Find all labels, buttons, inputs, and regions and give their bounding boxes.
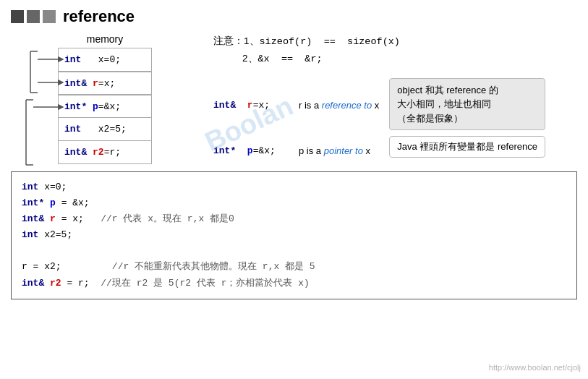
cell-type-1: int x=0; <box>59 48 152 72</box>
main-content: memory <box>0 33 588 164</box>
memory-section: memory <box>11 33 199 164</box>
cell-type-2: int& r=x; <box>59 72 152 95</box>
cell-type-4: int x2=5; <box>59 118 152 141</box>
code-ptr: int* p=&x; <box>213 145 293 156</box>
icon-box-1 <box>11 10 24 23</box>
icon-box-2 <box>27 10 40 23</box>
note-line2: 2、&x == &r; <box>213 51 577 68</box>
note-line1: 注意：1、sizeof(r) == sizeof(x) <box>213 33 577 51</box>
right-section: 注意：1、sizeof(r) == sizeof(x) 2、&x == &r; … <box>213 33 577 164</box>
callout-object: object 和其 reference 的大小相同，地址也相同（全都是假象） <box>389 78 545 131</box>
code-line-7: int& r2 = r; //現在 r2 是 5(r2 代表 r；亦相當於代表 … <box>22 276 566 291</box>
desc-refs: int& r=x; r is a reference to x int* p=&… <box>213 78 379 158</box>
code-line-3: int& r = x; //r 代表 x。現在 r,x 都是0 <box>22 211 566 227</box>
header-icons <box>11 10 56 23</box>
cell-type-3: int* p=&x; <box>59 95 152 118</box>
callout-text-2: Java 裡頭所有變量都是 reference <box>397 141 537 152</box>
code-line-4: int x2=5; <box>22 227 566 243</box>
desc-row-ptr: int* p=&x; p is a pointer to x <box>213 145 379 156</box>
notes-area: 注意：1、sizeof(r) == sizeof(x) 2、&x == &r; <box>213 33 577 68</box>
table-row: int& r=x; <box>59 72 152 95</box>
memory-label: memory <box>87 33 124 45</box>
code-line-2: int* p = &x; <box>22 195 566 211</box>
callout-boxes: object 和其 reference 的大小相同，地址也相同（全都是假象） J… <box>389 78 545 158</box>
desc-ref-text: r is a reference to x <box>299 100 379 111</box>
code-line-6: r = x2; //r 不能重新代表其他物體。現在 r,x 都是 5 <box>22 259 566 275</box>
desc-row-ref: int& r=x; r is a reference to x <box>213 100 379 111</box>
callout-text-1: object 和其 reference 的大小相同，地址也相同（全都是假象） <box>397 85 498 124</box>
code-ref: int& r=x; <box>213 100 293 111</box>
code-line-5 <box>22 243 566 259</box>
memory-table: int x=0; int& r=x; int* p=&x; int x2=5; <box>58 48 152 164</box>
memory-diagram: int x=0; int& r=x; int* p=&x; int x2=5; <box>58 48 152 164</box>
page-title: reference <box>63 7 135 26</box>
header: reference <box>0 0 588 33</box>
desc-ptr-text: p is a pointer to x <box>299 145 370 156</box>
icon-box-3 <box>43 10 56 23</box>
callout-java: Java 裡頭所有變量都是 reference <box>389 136 545 158</box>
table-row: int* p=&x; <box>59 95 152 118</box>
table-row: int x=0; <box>59 48 152 72</box>
cell-type-5: int& r2=r; <box>59 141 152 164</box>
code-block: int x=0; int* p = &x; int& r = x; //r 代表… <box>11 171 577 299</box>
table-row: int& r2=r; <box>59 141 152 164</box>
code-line-1: int x=0; <box>22 179 566 195</box>
watermark2: http://www.boolan.net/cjolj <box>489 363 581 372</box>
desc-callout-area: int& r=x; r is a reference to x int* p=&… <box>213 78 577 158</box>
table-row: int x2=5; <box>59 118 152 141</box>
arrows-svg <box>23 48 67 167</box>
